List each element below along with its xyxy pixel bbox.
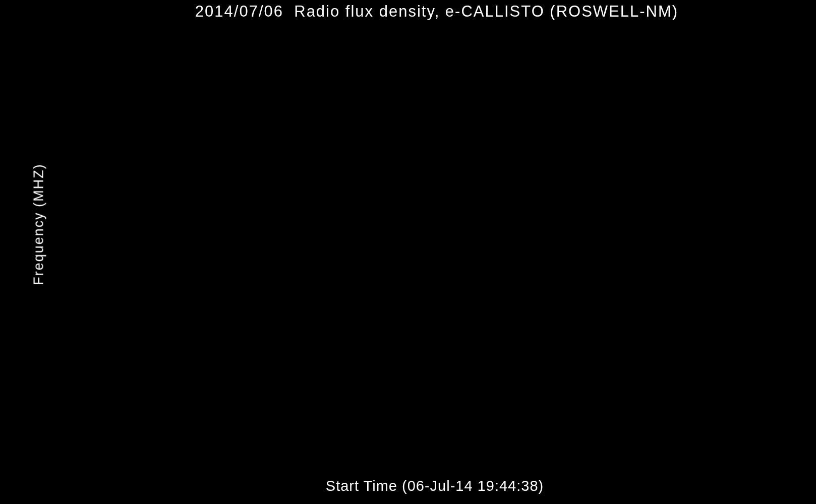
x-axis-title: Start Time (06-Jul-14 19:44:38): [326, 478, 544, 494]
callisto-spectrogram-screen: 2014/07/06 Radio flux density, e-CALLIST…: [0, 0, 816, 504]
y-axis-title: Frequency (MHZ): [31, 163, 47, 285]
chart-title: 2014/07/06 Radio flux density, e-CALLIST…: [195, 3, 678, 21]
spectrogram-canvas: [0, 0, 816, 504]
